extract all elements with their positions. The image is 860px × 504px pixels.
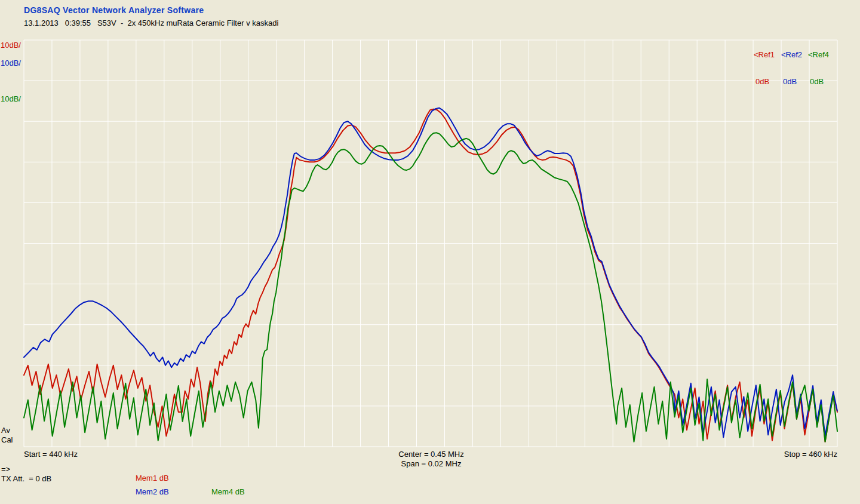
- y-scale-label-mem4: 10dB/: [1, 94, 21, 103]
- trace-mem4: [24, 133, 837, 442]
- timestamp-subtitle: 13.1.2013 0:39:55 S53V - 2x 450kHz muRat…: [24, 19, 278, 27]
- ref1-value: 0dB: [754, 77, 775, 86]
- ref4-group: <Ref4 0dB: [808, 32, 829, 104]
- ref1-group: <Ref1 0dB: [754, 32, 775, 104]
- start-frequency-label: Start = 440 kHz: [24, 450, 78, 459]
- ref4-value: 0dB: [808, 77, 829, 86]
- vnwa-window: DG8SAQ Vector Network Analyzer Software …: [0, 0, 860, 504]
- app-title: DG8SAQ Vector Network Analyzer Software: [24, 5, 204, 15]
- trace-mem2: [24, 108, 837, 438]
- tx-attenuation-label: TX Att. = 0 dB: [1, 474, 51, 483]
- grid-lines: [24, 40, 837, 447]
- sweep-arrow-indicator: =>: [1, 465, 10, 474]
- ref2-value: 0dB: [781, 77, 802, 86]
- y-scale-label-mem2: 10dB/: [1, 59, 21, 67]
- mem1-trace-label: Mem1 dB: [136, 474, 169, 483]
- mem4-trace-label: Mem4 dB: [211, 487, 245, 496]
- av-indicator: Av: [1, 426, 10, 435]
- ref4-label: <Ref4: [808, 50, 829, 59]
- ref2-group: <Ref2 0dB: [781, 32, 802, 104]
- span-label: Span = 0.02 MHz: [358, 459, 504, 468]
- mem2-trace-label: Mem2 dB: [136, 487, 169, 496]
- center-frequency-label: Center = 0.45 MHz: [358, 450, 504, 459]
- ref1-label: <Ref1: [754, 50, 775, 59]
- plot-area[interactable]: [0, 0, 860, 504]
- cal-indicator: Cal: [1, 435, 13, 444]
- stop-frequency-label: Stop = 460 kHz: [748, 450, 837, 459]
- ref2-label: <Ref2: [781, 50, 802, 59]
- y-scale-label-mem1: 10dB/: [1, 41, 21, 50]
